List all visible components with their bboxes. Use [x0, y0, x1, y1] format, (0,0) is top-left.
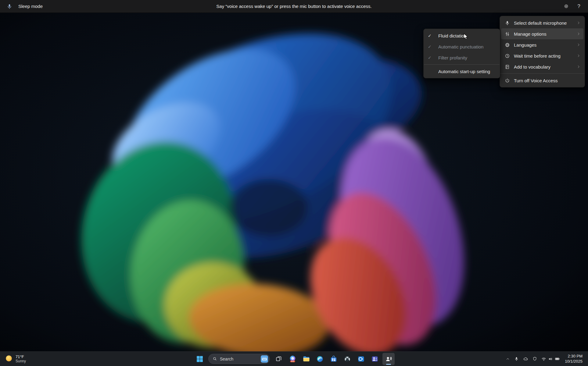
weather-temperature: 71°F	[16, 354, 26, 359]
outlook-icon	[357, 355, 365, 363]
menu-item-label: Add to vocabulary	[514, 64, 573, 69]
clock-button[interactable]: 2:30 PM 10/1/2025	[562, 354, 585, 364]
manage-options-submenu: ✓ Fluid dictation ✓ Automatic punctuatio…	[423, 29, 500, 78]
m365-badge: M365	[291, 361, 294, 362]
voice-access-help-icon[interactable]: ?	[574, 2, 584, 11]
windows-desktop-screen: Sleep mode Say “voice access wake up” or…	[0, 0, 588, 366]
voice-access-app-icon	[385, 355, 392, 363]
submenu-item-automatic-startup-setting[interactable]: Automatic start-up setting	[425, 66, 499, 77]
clock-icon	[504, 53, 510, 59]
edge-icon	[316, 355, 324, 363]
tray-date: 10/1/2025	[565, 359, 583, 364]
voice-access-mode-label: Sleep mode	[18, 4, 43, 9]
menu-item-languages[interactable]: Languages	[501, 39, 583, 50]
microphone-icon	[504, 20, 510, 26]
m365-copilot-button[interactable]: M365	[286, 353, 299, 365]
voice-access-message: Say “voice access wake up” or press the …	[216, 4, 371, 9]
battery-icon	[555, 356, 560, 361]
edge-button[interactable]	[314, 353, 326, 365]
submenu-item-automatic-punctuation[interactable]: ✓ Automatic punctuation	[425, 41, 499, 52]
microsoft-store-icon	[330, 355, 337, 363]
teams-button[interactable]	[369, 353, 381, 365]
tray-time: 2:30 PM	[568, 354, 583, 359]
windows-security-button[interactable]	[531, 354, 539, 364]
submenu-item-label: Automatic punctuation	[438, 44, 496, 49]
menu-item-label: Select default microphone	[514, 20, 573, 26]
weather-widget-button[interactable]: 71°F Sunny	[1, 352, 30, 366]
chevron-right-icon	[577, 43, 580, 47]
windows-logo-icon	[196, 355, 203, 363]
task-view-button[interactable]	[273, 353, 285, 365]
microsoft-store-button[interactable]	[328, 353, 340, 365]
show-hidden-icons-button[interactable]	[504, 354, 512, 364]
tray-microphone-icon	[514, 357, 519, 361]
menu-item-turn-off-voice-access[interactable]: Turn off Voice Access	[501, 75, 583, 86]
power-icon	[504, 78, 510, 83]
start-button[interactable]	[193, 353, 206, 365]
chevron-up-icon	[506, 357, 510, 361]
check-icon: ✓	[428, 44, 435, 49]
submenu-item-fluid-dictation[interactable]: ✓ Fluid dictation	[425, 30, 499, 41]
menu-item-label: Manage options	[514, 31, 573, 37]
languages-icon	[504, 42, 510, 48]
file-explorer-icon	[303, 355, 310, 363]
sliders-icon	[504, 31, 510, 37]
menu-item-label: Turn off Voice Access	[514, 78, 580, 83]
check-icon: ✓	[428, 55, 435, 60]
vocabulary-book-icon	[504, 64, 510, 69]
voice-access-settings-gear-icon[interactable]	[561, 2, 571, 11]
wifi-icon	[541, 357, 546, 361]
submenu-item-filter-profanity[interactable]: ✓ Filter profanity	[425, 52, 499, 63]
onedrive-cloud-icon	[523, 356, 528, 361]
search-placeholder: Search	[220, 357, 258, 361]
xbox-icon	[344, 355, 351, 363]
security-shield-icon	[532, 357, 537, 361]
taskbar: 71°F Sunny Search	[0, 351, 588, 366]
task-view-icon	[275, 356, 282, 362]
submenu-item-label: Automatic start-up setting	[438, 69, 496, 74]
search-highlights-icon	[261, 355, 268, 363]
file-explorer-button[interactable]	[300, 353, 312, 365]
sun-icon	[5, 354, 13, 364]
menu-item-add-to-vocabulary[interactable]: Add to vocabulary	[501, 61, 583, 72]
menu-separator	[500, 73, 584, 74]
microphone-icon[interactable]	[5, 2, 13, 10]
chevron-right-icon	[577, 54, 580, 58]
menu-item-manage-options[interactable]: Manage options	[501, 28, 583, 39]
volume-icon	[548, 357, 553, 361]
active-app-indicator	[386, 364, 391, 365]
menu-item-label: Languages	[514, 42, 573, 48]
outlook-button[interactable]	[355, 353, 367, 365]
menu-separator	[424, 64, 500, 65]
chevron-right-icon	[577, 32, 580, 36]
weather-condition: Sunny	[16, 359, 26, 363]
voice-access-bar: Sleep mode Say “voice access wake up” or…	[0, 0, 588, 13]
search-box[interactable]: Search	[208, 354, 270, 364]
chevron-right-icon	[577, 21, 580, 25]
search-icon	[213, 357, 217, 361]
menu-item-wait-time[interactable]: Wait time before acting	[501, 50, 583, 61]
menu-item-label: Wait time before acting	[514, 53, 573, 59]
teams-icon	[371, 355, 378, 363]
quick-settings-button[interactable]	[540, 354, 562, 364]
onedrive-button[interactable]	[521, 354, 530, 364]
menu-item-select-default-microphone[interactable]: Select default microphone	[501, 17, 583, 28]
voice-access-settings-menu: Select default microphone Manage options…	[500, 16, 585, 87]
m365-copilot-icon: M365	[289, 355, 296, 363]
submenu-item-label: Fluid dictation	[438, 33, 496, 38]
check-icon: ✓	[428, 33, 435, 38]
voice-access-app-button[interactable]	[382, 353, 395, 365]
xbox-button[interactable]	[341, 353, 353, 365]
chevron-right-icon	[577, 65, 580, 69]
tray-microphone-button[interactable]	[512, 354, 521, 364]
submenu-item-label: Filter profanity	[438, 55, 496, 60]
